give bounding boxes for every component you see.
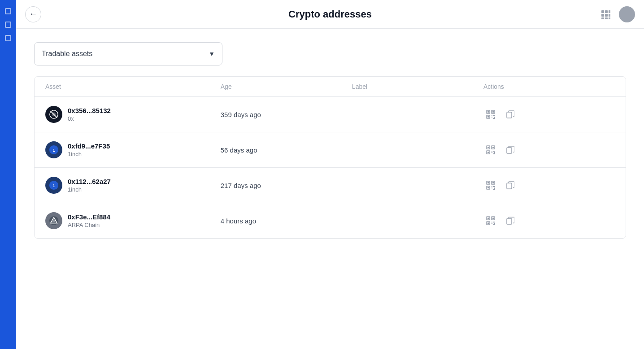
main-content: ← Crypto addresses: [16, 0, 644, 349]
grid-icon: [600, 9, 610, 19]
column-actions: Actions: [483, 83, 615, 90]
qr-code-button-4[interactable]: [483, 214, 498, 228]
copy-button-1[interactable]: [503, 107, 518, 122]
svg-rect-68: [493, 224, 494, 225]
actions-cell-4: [483, 214, 615, 228]
table-row: 1 0x112...62a27 1inch 217 days ago: [35, 168, 626, 203]
svg-text:1: 1: [52, 148, 55, 153]
copy-button-3[interactable]: [503, 178, 518, 192]
asset-info-2: 0xfd9...e7F35 1inch: [68, 142, 110, 157]
arpa-coin-icon: [49, 216, 59, 226]
svg-rect-49: [493, 186, 494, 187]
svg-rect-51: [492, 188, 492, 188]
svg-rect-15: [492, 111, 494, 113]
svg-rect-43: [487, 182, 489, 183]
svg-rect-36: [492, 152, 492, 153]
sidebar-nav-item-2[interactable]: [5, 22, 11, 28]
age-cell-4: 4 hours ago: [221, 217, 352, 225]
svg-rect-7: [605, 17, 608, 19]
copy-button-4[interactable]: [503, 214, 518, 228]
header-right: [597, 6, 635, 22]
asset-address-3: 0x112...62a27: [68, 178, 111, 185]
qr-icon-2: [486, 145, 495, 154]
column-age: Age: [221, 83, 352, 90]
asset-filter-dropdown[interactable]: Tradable assets ▼: [34, 42, 222, 65]
svg-rect-45: [492, 182, 494, 183]
asset-address-1: 0x356...85132: [68, 107, 111, 114]
sidebar-nav-item-3[interactable]: [5, 35, 11, 41]
asset-info-4: 0xF3e...Ef884 ARPA Chain: [68, 213, 110, 228]
svg-rect-61: [492, 218, 494, 219]
svg-rect-69: [494, 223, 495, 225]
svg-rect-3: [601, 14, 604, 17]
svg-rect-20: [494, 115, 495, 116]
svg-rect-1: [605, 10, 608, 13]
svg-rect-35: [494, 151, 495, 152]
svg-text:1: 1: [52, 183, 55, 188]
svg-rect-53: [494, 188, 495, 190]
asset-sub-2: 1inch: [68, 151, 110, 157]
asset-icon-1: [45, 106, 62, 123]
table-row: 1 0xfd9...e7F35 1inch 56 days ago: [35, 132, 626, 168]
dropdown-label: Tradable assets: [42, 50, 92, 58]
svg-rect-4: [605, 14, 608, 17]
asset-cell-1: 0x356...85132 0x: [45, 106, 221, 123]
sidebar-nav-item-1[interactable]: [5, 8, 11, 14]
age-cell-2: 56 days ago: [221, 146, 352, 154]
asset-sub-3: 1inch: [68, 186, 111, 193]
svg-rect-48: [492, 186, 492, 187]
table-header: Asset Age Label Actions: [35, 77, 626, 97]
table-row: 0xF3e...Ef884 ARPA Chain 4 hours ago: [35, 203, 626, 238]
actions-cell-1: [483, 107, 615, 122]
column-asset: Asset: [45, 83, 221, 90]
qr-code-button-3[interactable]: [483, 178, 498, 192]
asset-icon-3: 1: [45, 177, 62, 194]
apps-grid-button[interactable]: [597, 6, 614, 22]
asset-info-1: 0x356...85132 0x: [68, 107, 111, 122]
qr-code-button-2[interactable]: [483, 143, 498, 157]
svg-point-11: [52, 112, 56, 116]
asset-cell-4: 0xF3e...Ef884 ARPA Chain: [45, 212, 221, 229]
copy-icon-4: [506, 217, 514, 225]
asset-address-2: 0xfd9...e7F35: [68, 142, 110, 150]
svg-rect-67: [492, 223, 492, 224]
svg-rect-23: [494, 117, 495, 119]
svg-rect-13: [487, 111, 489, 113]
dropdown-arrow-icon: ▼: [209, 50, 215, 57]
svg-rect-34: [493, 151, 494, 152]
column-label: Label: [352, 83, 483, 90]
svg-rect-2: [609, 10, 610, 13]
svg-rect-30: [492, 147, 494, 148]
asset-sub-4: ARPA Chain: [68, 222, 110, 228]
asset-cell-3: 1 0x112...62a27 1inch: [45, 177, 221, 194]
svg-rect-37: [493, 153, 494, 154]
asset-info-3: 0x112...62a27 1inch: [68, 178, 111, 193]
copy-button-2[interactable]: [503, 143, 518, 157]
blocked-coin-icon: [49, 109, 59, 119]
svg-rect-39: [507, 148, 512, 153]
svg-rect-19: [493, 115, 494, 116]
svg-rect-32: [487, 152, 489, 153]
content-area: Tradable assets ▼ Asset Age Label Action…: [16, 29, 644, 349]
asset-icon-2: 1: [45, 141, 62, 158]
qr-code-button-1[interactable]: [483, 107, 498, 122]
svg-rect-5: [609, 14, 610, 17]
asset-cell-2: 1 0xfd9...e7F35 1inch: [45, 141, 221, 158]
svg-rect-21: [492, 117, 492, 118]
user-avatar[interactable]: [619, 6, 635, 22]
sidebar: [0, 0, 16, 349]
svg-rect-63: [487, 222, 489, 224]
actions-cell-3: [483, 178, 615, 192]
svg-rect-52: [493, 189, 494, 190]
qr-icon-4: [486, 216, 495, 225]
svg-rect-18: [492, 115, 492, 116]
svg-rect-54: [507, 183, 512, 189]
age-cell-3: 217 days ago: [221, 182, 352, 189]
svg-rect-66: [494, 222, 495, 222]
1inch-coin-icon-2: 1: [49, 145, 59, 155]
svg-rect-65: [493, 222, 494, 222]
svg-rect-47: [487, 187, 489, 188]
copy-icon-3: [506, 181, 514, 189]
back-button[interactable]: ←: [25, 6, 41, 22]
svg-rect-24: [507, 112, 512, 118]
